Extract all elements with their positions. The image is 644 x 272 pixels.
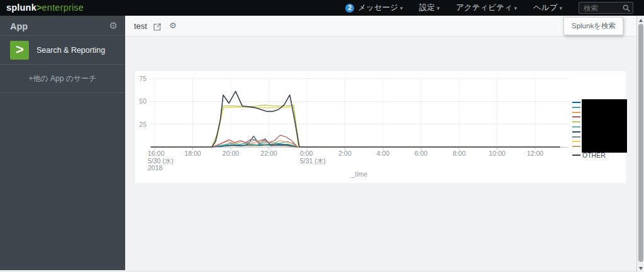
scroll-down-icon[interactable] — [639, 267, 643, 270]
search-icon — [623, 4, 630, 12]
sidebar-item-search-reporting[interactable]: > Search & Reporting — [0, 36, 125, 65]
x-tick-label: 10:00 — [485, 150, 510, 158]
search-dropdown-item[interactable]: Splunkを検索 — [564, 17, 623, 35]
legend-swatch-9[interactable] — [572, 141, 580, 142]
sidebar-item-find-more-apps[interactable]: +他の App のサーチ — [0, 65, 125, 93]
panel-gear-icon[interactable]: ⚙ — [169, 21, 177, 30]
x-tick-label: 4:00 — [370, 150, 396, 158]
x-tick-label: 12:00 — [523, 150, 548, 158]
x-tick-label: 6:00 — [409, 150, 434, 158]
chevron-down-icon: ▾ — [514, 5, 518, 11]
top-bar: splunk>enterprise 2 メッセージ▾ 設定▾ アクティビティ▾ … — [0, 0, 644, 16]
x-tick-label: 20:00 — [218, 150, 243, 158]
menu-settings[interactable]: 設定▾ — [419, 3, 440, 13]
legend-swatch-8[interactable] — [572, 136, 580, 138]
y-tick-label: 25 — [135, 121, 147, 128]
series-line-series-olive — [151, 105, 560, 147]
menu-help[interactable]: ヘルプ▾ — [533, 3, 562, 13]
legend-swatch-3[interactable] — [572, 112, 580, 113]
topbar-search — [579, 2, 633, 14]
splunk-app-icon: > — [10, 41, 29, 60]
splunk-logo: splunk>enterprise — [6, 0, 84, 16]
logo-splunk-text: splunk — [6, 3, 36, 13]
gear-icon[interactable]: ⚙ — [109, 20, 118, 31]
series-line-series-yellow — [151, 107, 560, 147]
y-tick-label: 50 — [135, 97, 147, 105]
dashboard-title-bar: test ⚙ — [125, 16, 636, 36]
sidebar-header: App ⚙ — [0, 16, 125, 36]
x-tick-label: 22:00 — [257, 150, 282, 158]
open-in-new-icon[interactable] — [153, 22, 161, 33]
x-tick-label: 2:00 — [333, 150, 358, 158]
topbar-menu: 2 メッセージ▾ 設定▾ アクティビティ▾ ヘルプ▾ — [345, 0, 633, 16]
sidebar-title: App — [10, 21, 28, 31]
logo-enterprise-text: enterprise — [42, 3, 84, 13]
chart-panel: OTHER _time 25507516:005/30 (水)201818:00… — [134, 70, 627, 184]
redaction-overlay — [582, 99, 627, 153]
chevron-down-icon: ▾ — [436, 5, 440, 11]
legend-swatch-7[interactable] — [572, 131, 580, 133]
sidebar-item-label: Search & Reporting — [36, 46, 105, 55]
legend-swatch-10[interactable] — [572, 146, 580, 147]
x-tick-label: 18:00 — [180, 150, 206, 158]
app-sidebar: App ⚙ > Search & Reporting +他の App のサーチ — [0, 16, 125, 272]
vertical-scrollbar — [636, 16, 644, 272]
x-tick-label: 16:005/30 (水)2018 — [148, 150, 174, 172]
chevron-down-icon: ▾ — [559, 5, 562, 11]
message-count-badge[interactable]: 2 — [345, 4, 354, 13]
logo-gt-icon: > — [36, 3, 42, 13]
legend-swatch-5[interactable] — [572, 121, 580, 122]
x-tick-label: 0:005/31 (木) — [300, 150, 326, 165]
legend-swatch-1[interactable] — [572, 102, 580, 103]
legend-swatch-4[interactable] — [572, 116, 580, 117]
scroll-up-icon[interactable] — [639, 19, 643, 22]
menu-messages[interactable]: メッセージ▾ — [358, 3, 402, 13]
menu-activity[interactable]: アクティビティ▾ — [456, 3, 517, 13]
x-tick-label: 8:00 — [447, 150, 472, 158]
legend-swatch-6[interactable] — [572, 126, 580, 128]
page-title: test — [134, 21, 147, 31]
series-line-OTHER — [151, 91, 560, 147]
scrollbar-thumb[interactable] — [638, 24, 643, 262]
chevron-down-icon: ▾ — [400, 5, 403, 11]
y-tick-label: 75 — [135, 75, 147, 82]
chart-svg — [135, 71, 628, 185]
legend-swatch-2[interactable] — [572, 107, 580, 108]
